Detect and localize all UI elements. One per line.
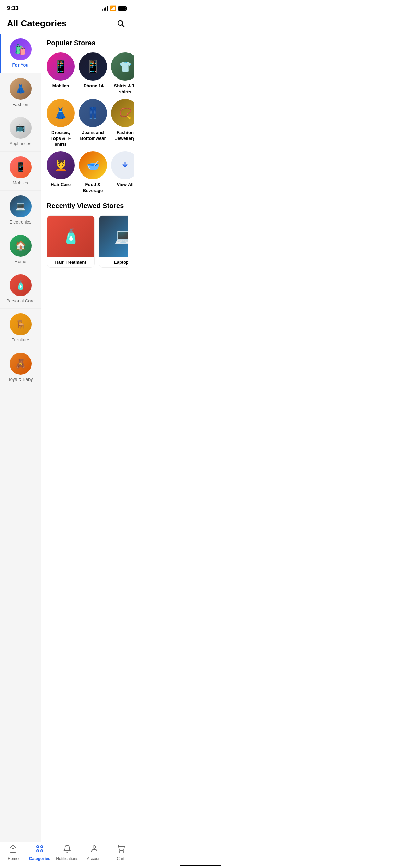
store-img-haircare: 💆 [47, 151, 75, 179]
sidebar-item-appliances[interactable]: 📺 Appliances [0, 112, 41, 152]
store-item-iphone14[interactable]: 📱 iPhone 14 [79, 52, 107, 95]
appliances-icon: 📺 [10, 117, 32, 139]
sidebar-item-for-you[interactable]: 🛍️ For You [0, 34, 41, 73]
status-bar: 9:33 📶 [0, 0, 134, 14]
store-item-food[interactable]: 🥣 Food & Beverage [79, 151, 107, 194]
svg-point-6 [93, 846, 96, 848]
electronics-icon: 💻 [10, 195, 32, 217]
nav-cart-label: Cart [117, 856, 124, 857]
sidebar-label-mobiles: Mobiles [13, 180, 28, 186]
svg-point-5 [41, 850, 43, 852]
store-img-dresses: 👗 [47, 99, 75, 127]
mobiles-icon: 📱 [10, 156, 32, 178]
store-item-shirts[interactable]: 👕 Shirts & T-shirts [111, 52, 134, 95]
sidebar-label-toys: Toys & Baby [8, 377, 33, 382]
svg-point-3 [41, 846, 43, 848]
sidebar-label-appliances: Appliances [10, 141, 32, 146]
cart-nav-icon [117, 845, 125, 855]
recent-img-hair-treatment: 🧴 [47, 216, 95, 257]
sidebar-label-fashion: Fashion [12, 102, 28, 107]
sidebar-item-fashion[interactable]: 👗 Fashion [0, 73, 41, 112]
store-item-haircare[interactable]: 💆 Hair Care [47, 151, 75, 194]
content-area: Popular Stores 📱 Mobiles 📱 iPhone 14 👕 S… [41, 34, 134, 857]
store-img-mobiles: 📱 [47, 52, 75, 81]
nav-account-label: Account [87, 856, 102, 857]
sidebar-label-electronics: Electronics [10, 219, 32, 225]
wifi-icon: 📶 [110, 5, 116, 11]
categories-nav-icon [36, 845, 44, 855]
sidebar-item-home[interactable]: 🏠 Home [0, 230, 41, 269]
store-img-food: 🥣 [79, 151, 107, 179]
search-button[interactable] [114, 17, 127, 29]
nav-home-label: Home [8, 856, 19, 857]
sidebar: 🛍️ For You 👗 Fashion 📺 Appliances 📱 Mobi… [0, 34, 41, 857]
bottom-nav: Home Categories Notifications [0, 842, 134, 857]
fashion-icon: 👗 [10, 78, 32, 100]
store-img-iphone14: 📱 [79, 52, 107, 81]
main-layout: 🛍️ For You 👗 Fashion 📺 Appliances 📱 Mobi… [0, 34, 134, 857]
sidebar-item-furniture[interactable]: 🪑 Furniture [0, 309, 41, 348]
svg-point-7 [119, 852, 120, 852]
recent-img-laptops: 💻 [99, 216, 128, 257]
store-label-dresses: Dresses, Tops & T-shirts [47, 130, 75, 147]
status-time: 9:33 [7, 5, 19, 12]
store-item-jeans[interactable]: 👖 Jeans and Bottomwear [79, 99, 107, 147]
for-you-icon: 🛍️ [10, 38, 32, 60]
recently-viewed-scroll: 🧴 Hair Treatment 💻 Laptops 🎧 True Wire..… [47, 215, 128, 270]
store-item-mobiles[interactable]: 📱 Mobiles [47, 52, 75, 95]
store-img-viewall [111, 151, 134, 179]
svg-point-8 [123, 852, 124, 852]
home-nav-icon [9, 845, 17, 855]
personal-care-icon: 🧴 [10, 274, 32, 296]
store-label-jeans: Jeans and Bottomwear [79, 130, 107, 142]
recent-card-hair-treatment[interactable]: 🧴 Hair Treatment [47, 215, 95, 268]
nav-notifications[interactable]: Notifications [56, 845, 78, 857]
battery-icon [118, 6, 127, 11]
nav-categories-label: Categories [29, 856, 50, 857]
store-label-haircare: Hair Care [51, 182, 71, 188]
nav-notifications-label: Notifications [56, 856, 78, 857]
popular-stores-grid: 📱 Mobiles 📱 iPhone 14 👕 Shirts & T-shirt… [47, 52, 128, 194]
sidebar-item-electronics[interactable]: 💻 Electronics [0, 191, 41, 230]
recent-label-hair-treatment: Hair Treatment [47, 257, 94, 267]
svg-line-1 [122, 25, 124, 27]
store-item-dresses[interactable]: 👗 Dresses, Tops & T-shirts [47, 99, 75, 147]
nav-home[interactable]: Home [3, 845, 23, 857]
header: All Categories [0, 14, 134, 34]
store-item-jewellery[interactable]: 📿 Fashion Jewellery [111, 99, 134, 147]
store-img-jewellery: 📿 [111, 99, 134, 127]
notifications-nav-icon [63, 845, 71, 855]
store-label-jewellery: Fashion Jewellery [111, 130, 134, 142]
sidebar-label-for-you: For You [12, 62, 29, 68]
store-label-viewall: View All [117, 182, 133, 188]
store-item-viewall[interactable]: View All [111, 151, 134, 194]
popular-stores-title: Popular Stores [47, 39, 128, 47]
sidebar-label-home: Home [14, 259, 26, 264]
status-icons: 📶 [102, 5, 127, 11]
svg-point-2 [37, 846, 39, 848]
sidebar-label-furniture: Furniture [11, 337, 29, 343]
store-label-iphone14: iPhone 14 [82, 83, 103, 89]
store-label-food: Food & Beverage [79, 182, 107, 194]
signal-icon [102, 6, 108, 11]
account-nav-icon [90, 845, 98, 855]
furniture-icon: 🪑 [10, 313, 32, 335]
store-img-jeans: 👖 [79, 99, 107, 127]
sidebar-item-toys[interactable]: 🧸 Toys & Baby [0, 348, 41, 387]
nav-categories[interactable]: Categories [29, 845, 50, 857]
svg-point-4 [37, 850, 39, 852]
store-label-shirts: Shirts & T-shirts [111, 83, 134, 95]
home-cat-icon: 🏠 [10, 235, 32, 257]
sidebar-label-personal-care: Personal Care [6, 298, 35, 304]
store-img-shirts: 👕 [111, 52, 134, 81]
recent-label-laptops: Laptops [99, 257, 128, 267]
recently-viewed-title: Recently Viewed Stores [47, 202, 128, 210]
sidebar-item-mobiles[interactable]: 📱 Mobiles [0, 152, 41, 191]
page-title: All Categories [7, 18, 67, 29]
nav-cart[interactable]: Cart [110, 845, 131, 857]
store-label-mobiles: Mobiles [52, 83, 69, 89]
toys-icon: 🧸 [10, 353, 32, 375]
recent-card-laptops[interactable]: 💻 Laptops [99, 215, 128, 268]
nav-account[interactable]: Account [84, 845, 105, 857]
sidebar-item-personal-care[interactable]: 🧴 Personal Care [0, 269, 41, 309]
